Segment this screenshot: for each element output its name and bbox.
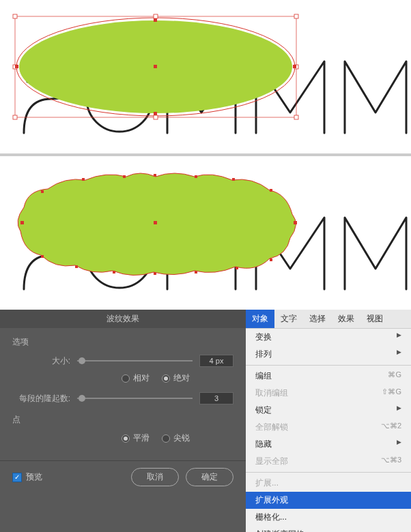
menu-tab-4[interactable]: 视图 (360, 310, 389, 328)
menu-item-1[interactable]: 排列 (246, 346, 411, 363)
ridges-slider[interactable] (77, 398, 193, 399)
menu-separator (246, 365, 411, 366)
svg-rect-28 (113, 271, 115, 274)
ridges-label: 每段的隆起数: (12, 393, 77, 404)
svg-rect-10 (154, 65, 157, 68)
svg-rect-26 (41, 255, 44, 258)
dialog-title: 波纹效果 (0, 310, 246, 328)
menu-item-8: 显示全部⌥⌘3 (246, 453, 411, 470)
svg-rect-17 (20, 221, 24, 224)
menu-item-12[interactable]: 栅格化... (246, 509, 411, 526)
menu-item-5[interactable]: 锁定 (246, 402, 411, 419)
svg-rect-29 (154, 272, 156, 275)
svg-rect-22 (154, 174, 156, 177)
corner-radio[interactable]: 尖锐 (162, 432, 190, 444)
svg-rect-18 (294, 221, 297, 224)
menu-item-3[interactable]: 编组⌘G (246, 368, 411, 385)
svg-rect-7 (13, 115, 17, 119)
svg-rect-27 (75, 265, 78, 268)
menu-item-4: 取消编组⇧⌘G (246, 385, 411, 402)
svg-rect-23 (195, 175, 197, 178)
menu-item-10: 扩展... (246, 475, 411, 492)
svg-rect-32 (270, 258, 272, 261)
svg-rect-4 (294, 14, 298, 18)
roughen-dialog: 波纹效果 选项 大小: 4 px 相对 绝对 每段的隆起数: 3 点 平滑 尖锐 (0, 310, 246, 532)
svg-rect-11 (15, 65, 18, 68)
size-input[interactable]: 4 px (199, 355, 233, 367)
size-label: 大小: (12, 355, 77, 367)
svg-rect-3 (154, 14, 158, 18)
cancel-button[interactable]: 取消 (131, 468, 179, 486)
svg-rect-24 (232, 178, 235, 181)
ok-button[interactable]: 确定 (186, 468, 233, 486)
svg-rect-16 (154, 221, 157, 224)
canvas-before (0, 0, 411, 153)
menu-tab-3[interactable]: 效果 (332, 310, 360, 328)
svg-rect-19 (41, 190, 44, 193)
absolute-radio[interactable]: 绝对 (162, 372, 190, 384)
preview-checkbox[interactable]: ✓预览 (12, 471, 42, 483)
menu-tab-2[interactable]: 选择 (303, 310, 332, 328)
svg-rect-31 (236, 267, 238, 269)
menu-item-7[interactable]: 隐藏 (246, 436, 411, 453)
point-label: 点 (12, 414, 233, 426)
svg-rect-21 (123, 175, 126, 178)
menu-item-13[interactable]: 创建渐变网格... (246, 526, 411, 532)
smooth-radio[interactable]: 平滑 (122, 432, 150, 444)
svg-rect-14 (154, 112, 157, 115)
canvas-after (0, 156, 411, 310)
svg-rect-9 (294, 115, 298, 119)
menu-tab-1[interactable]: 文字 (274, 310, 303, 328)
svg-rect-13 (154, 18, 157, 22)
svg-rect-8 (154, 115, 158, 119)
svg-rect-20 (82, 178, 85, 181)
menu-tab-0[interactable]: 对象 (246, 310, 274, 328)
menu-item-11[interactable]: 扩展外观 (246, 492, 411, 509)
ridges-input[interactable]: 3 (199, 392, 233, 404)
svg-rect-30 (195, 271, 197, 274)
relative-radio[interactable]: 相对 (122, 372, 150, 384)
menu-separator (246, 472, 411, 473)
svg-rect-25 (270, 189, 272, 192)
menu-item-0[interactable]: 变换 (246, 329, 411, 346)
options-label: 选项 (12, 336, 233, 348)
svg-rect-12 (293, 65, 296, 68)
size-slider[interactable] (77, 360, 193, 361)
svg-rect-2 (13, 14, 17, 18)
object-menu: 对象文字选择效果视图 变换排列编组⌘G取消编组⇧⌘G锁定全部解锁⌥⌘2隐藏显示全… (246, 310, 411, 532)
menu-item-6: 全部解锁⌥⌘2 (246, 419, 411, 436)
menu-bar: 对象文字选择效果视图 (246, 310, 411, 329)
